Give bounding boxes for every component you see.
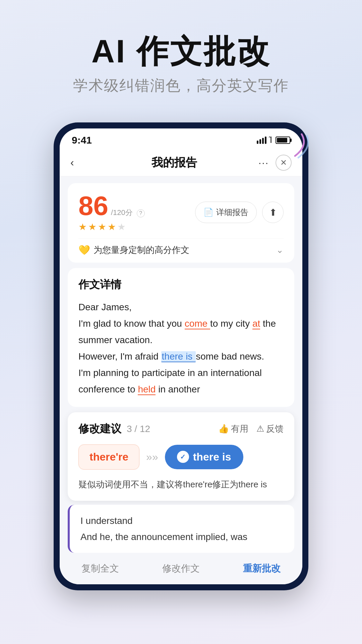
deco-arc <box>292 132 312 159</box>
promo-row[interactable]: 💛 为您量身定制的高分作文 ⌄ <box>78 238 284 256</box>
essay-line-2: I'm glad to know that you come to my cit… <box>78 315 284 348</box>
star-3: ★ <box>98 221 106 232</box>
word-new: ✓ there is <box>165 445 243 469</box>
extra-line-2: And he, the announcement implied, was <box>80 529 284 545</box>
arrow-right-icon: »» <box>146 451 158 463</box>
score-left: 86 /120分 ? ★ ★ ★ ★ ★ <box>78 193 145 232</box>
extra-content: I understand And he, the announcement im… <box>68 505 294 553</box>
essay-body: Dear James, I'm glad to know that you co… <box>78 299 284 397</box>
score-help-icon[interactable]: ? <box>137 209 145 217</box>
page-root: AI 作文批改 学术级纠错润色，高分英文写作 9:41 <box>0 0 362 590</box>
score-max: /120分 <box>111 208 133 218</box>
page-subtitle: 学术级纠错润色，高分英文写作 <box>20 76 342 96</box>
highlight-held: held <box>138 384 156 395</box>
nav-bar: ‹ 我的报告 ··· ✕ <box>60 149 302 176</box>
suggestion-header: 修改建议 3 / 12 👍 有用 ⚠ <box>78 422 284 436</box>
share-button[interactable]: ⬆ <box>262 202 284 223</box>
essay-section: 作文详情 Dear James, I'm glad to know that y… <box>68 268 294 407</box>
phone-mockup: 9:41 Ⅰ̃ <box>54 122 308 591</box>
star-4: ★ <box>108 221 116 232</box>
recheck-button[interactable]: 重新批改 <box>243 562 281 575</box>
promo-text: 为您量身定制的高分作文 <box>94 244 189 256</box>
essay-line-3: However, I'm afraid there is some bad ne… <box>78 348 284 365</box>
feedback-button[interactable]: ⚠ 反馈 <box>256 423 284 435</box>
wifi-icon: Ⅰ̃ <box>270 136 272 145</box>
page-title: AI 作文批改 <box>20 34 342 69</box>
star-1: ★ <box>78 221 87 232</box>
warning-icon: ⚠ <box>256 424 264 434</box>
extra-line-1: I understand <box>80 513 284 529</box>
more-menu-button[interactable]: ··· <box>258 157 269 168</box>
status-time: 9:41 <box>72 135 92 146</box>
nav-actions: ··· ✕ <box>258 155 292 171</box>
word-comparison: there're »» ✓ there is <box>78 444 284 470</box>
score-number-row: 86 /120分 ? <box>78 193 145 219</box>
back-button[interactable]: ‹ <box>70 156 90 169</box>
highlight-come: come <box>185 318 210 329</box>
word-old: there're <box>78 444 139 470</box>
battery-icon <box>276 137 290 144</box>
document-icon: 📄 <box>203 208 214 217</box>
signal-icon <box>257 137 266 144</box>
essay-section-title: 作文详情 <box>78 277 284 292</box>
suggestion-count: 3 / 12 <box>127 424 150 434</box>
edit-button[interactable]: 修改作文 <box>162 562 200 575</box>
close-button[interactable]: ✕ <box>276 155 292 171</box>
star-2: ★ <box>88 221 97 232</box>
status-bar: 9:41 Ⅰ̃ <box>60 128 302 149</box>
copy-button[interactable]: 复制全文 <box>81 562 119 575</box>
score-number: 86 <box>78 193 108 219</box>
highlight-there-is: there is <box>161 351 196 362</box>
essay-line-1: Dear James, <box>78 299 284 315</box>
suggestion-panel: 修改建议 3 / 12 👍 有用 ⚠ <box>68 412 294 501</box>
nav-title: 我的报告 <box>90 155 258 170</box>
promo-left: 💛 为您量身定制的高分作文 <box>78 244 189 256</box>
check-circle-icon: ✓ <box>177 451 189 463</box>
essay-line-4: I'm planning to participate in an intern… <box>78 365 284 397</box>
suggestion-description: 疑似动词使用不当，建议将there're修正为there is <box>78 478 284 492</box>
score-row: 86 /120分 ? ★ ★ ★ ★ ★ <box>78 193 284 232</box>
phone-frame: 9:41 Ⅰ̃ <box>54 122 308 591</box>
useful-button[interactable]: 👍 有用 <box>218 423 248 435</box>
detail-report-button[interactable]: 📄 详细报告 <box>195 202 257 223</box>
promo-chevron-icon: ⌄ <box>276 245 284 255</box>
share-icon: ⬆ <box>269 207 277 218</box>
bottom-toolbar: 复制全文 修改作文 重新批改 <box>60 555 302 584</box>
phone-screen: 9:41 Ⅰ̃ <box>60 128 302 585</box>
star-rating: ★ ★ ★ ★ ★ <box>78 221 145 232</box>
score-card: 86 /120分 ? ★ ★ ★ ★ ★ <box>68 183 294 263</box>
thumbs-up-icon: 👍 <box>218 424 229 434</box>
score-actions: 📄 详细报告 ⬆ <box>195 202 284 223</box>
star-5: ★ <box>117 221 126 232</box>
promo-icon: 💛 <box>78 245 90 256</box>
page-header: AI 作文批改 学术级纠错润色，高分英文写作 <box>0 0 362 116</box>
highlight-at: at <box>252 318 260 329</box>
suggestion-actions: 👍 有用 ⚠ 反馈 <box>218 423 284 435</box>
suggestion-title: 修改建议 <box>78 422 121 436</box>
status-icons: Ⅰ̃ <box>257 136 290 145</box>
suggestion-title-row: 修改建议 3 / 12 <box>78 422 150 436</box>
